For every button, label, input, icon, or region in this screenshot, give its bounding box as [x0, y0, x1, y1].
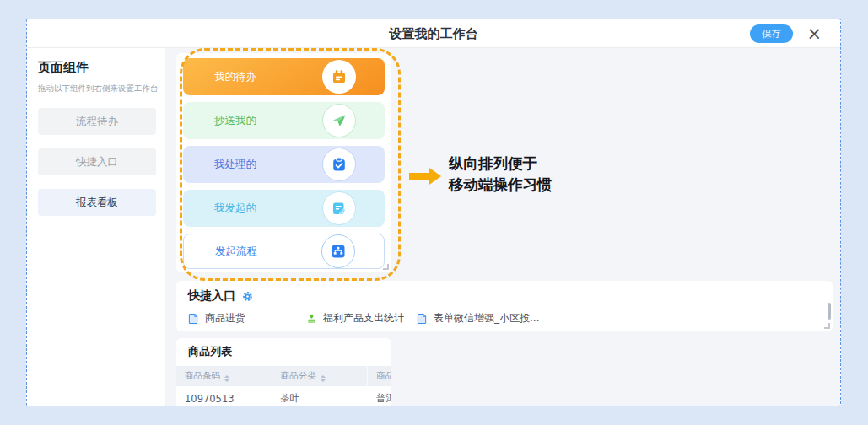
paper-plane-icon: [322, 104, 356, 137]
annotation-arrow-icon: [409, 168, 441, 185]
product-table: 商品条码 商品分类 商品名称: [176, 366, 391, 406]
modal-body: 页面组件 拖动以下组件到右侧来设置工作台 流程待办 快捷入口 报表看板 我的待办: [27, 48, 840, 406]
workbench-settings-modal: 设置我的工作台 保存 × 页面组件 拖动以下组件到右侧来设置工作台 流程待办 快…: [26, 19, 841, 406]
save-button[interactable]: 保存: [750, 24, 793, 43]
widget-card-label: 发起流程: [215, 245, 257, 259]
quick-link-form-wechat[interactable]: 表单微信增强_小区投...: [417, 311, 539, 325]
quick-link-welfare-stats[interactable]: 福利产品支出统计: [306, 311, 417, 325]
widget-column-panel[interactable]: 我的待办 抄送我的: [176, 53, 391, 272]
modal-title: 设置我的工作台: [27, 19, 840, 48]
quick-entry-panel[interactable]: 快捷入口: [176, 281, 833, 331]
sidebar-title: 页面组件: [38, 60, 156, 76]
product-list-panel[interactable]: 商品列表 商品条码 商品分类 商品名称: [176, 338, 391, 406]
calendar-icon: [322, 60, 356, 94]
quick-link-label: 福利产品支出统计: [323, 311, 404, 325]
document-icon: [188, 313, 199, 324]
page-background: 设置我的工作台 保存 × 页面组件 拖动以下组件到右侧来设置工作台 流程待办 快…: [0, 0, 868, 425]
workbench-canvas: 我的待办 抄送我的: [165, 48, 840, 406]
panel-resize-handle[interactable]: [383, 264, 389, 270]
document-icon: [417, 313, 428, 324]
sidebar-item-process-todo[interactable]: 流程待办: [38, 108, 156, 135]
product-list-title: 商品列表: [176, 344, 391, 359]
stamp-icon: [306, 313, 317, 324]
sort-icon[interactable]: [321, 375, 326, 382]
column-header-name[interactable]: 商品名称: [368, 366, 391, 386]
widget-card-cc-to-me[interactable]: 抄送我的: [183, 102, 385, 139]
clipboard-check-icon: [322, 148, 356, 181]
widget-card-label: 抄送我的: [214, 114, 256, 128]
gear-icon[interactable]: [242, 291, 253, 302]
quick-link-label: 商品进货: [205, 311, 245, 325]
widget-card-initiated-by-me[interactable]: 我发起的: [183, 190, 385, 227]
cell-name: 普洱茶: [368, 386, 391, 406]
sidebar-hint: 拖动以下组件到右侧来设置工作台: [38, 83, 156, 94]
widget-card-my-todo[interactable]: 我的待办: [183, 58, 385, 95]
quick-link-product-purchase[interactable]: 商品进货: [188, 311, 306, 325]
widget-card-label: 我发起的: [214, 202, 256, 216]
quick-entry-title: 快捷入口: [188, 288, 235, 304]
sidebar-item-report-board[interactable]: 报表看板: [38, 189, 156, 216]
sitemap-icon: [321, 234, 355, 268]
cell-barcode: 10970513: [176, 386, 272, 406]
column-header-category[interactable]: 商品分类: [272, 366, 367, 386]
table-row[interactable]: 10970513 茶叶 普洱茶: [176, 386, 391, 406]
cell-category: 茶叶: [272, 386, 367, 406]
annotation-text: 纵向排列便于 移动端操作习惯: [449, 153, 553, 196]
components-sidebar: 页面组件 拖动以下组件到右侧来设置工作台 流程待办 快捷入口 报表看板: [27, 48, 165, 406]
annotation-line1: 纵向排列便于: [449, 153, 553, 175]
scrollbar-thumb[interactable]: [828, 303, 831, 320]
widget-card-start-process[interactable]: 发起流程: [183, 234, 385, 269]
quick-link-label: 表单微信增强_小区投...: [434, 311, 539, 325]
close-icon[interactable]: ×: [806, 22, 822, 46]
panel-resize-handle[interactable]: [824, 323, 830, 329]
widget-card-label: 我的待办: [214, 70, 256, 84]
note-edit-icon: [322, 191, 356, 225]
sort-icon[interactable]: [224, 375, 229, 382]
sidebar-item-quick-entry[interactable]: 快捷入口: [38, 148, 156, 175]
column-header-barcode[interactable]: 商品条码: [176, 366, 272, 386]
widget-card-handled-by-me[interactable]: 我处理的: [183, 146, 385, 183]
widget-card-label: 我处理的: [214, 158, 256, 172]
modal-header: 设置我的工作台 保存 ×: [27, 19, 840, 48]
annotation-line2: 移动端操作习惯: [449, 175, 553, 196]
